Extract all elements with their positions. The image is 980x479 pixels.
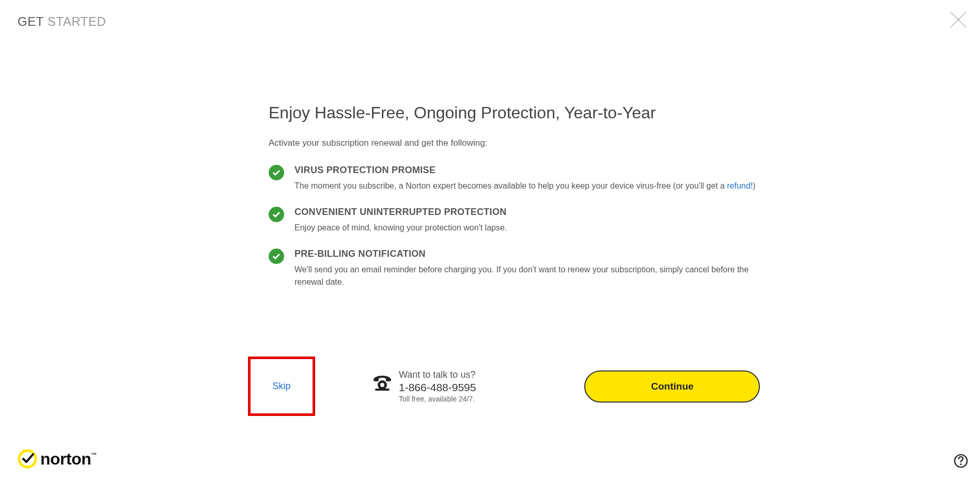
main-content: Enjoy Hassle-Free, Ongoing Protection, Y… [269, 103, 765, 303]
phone-number: 1-866-488-9595 [399, 381, 476, 394]
page-title-light: STARTED [44, 14, 106, 28]
close-button[interactable] [948, 9, 969, 30]
check-icon [269, 165, 284, 180]
logo-checkmark-icon [18, 449, 37, 469]
feature-desc: We'll send you an email reminder before … [294, 264, 765, 288]
headline: Enjoy Hassle-Free, Ongoing Protection, Y… [269, 103, 765, 122]
check-icon [269, 249, 284, 264]
trademark: ™ [91, 452, 97, 458]
feature-title: VIRUS PROTECTION PROMISE [294, 165, 765, 176]
skip-link[interactable]: Skip [272, 381, 290, 392]
feature-desc-post: ) [753, 181, 755, 190]
feature-desc-text: The moment you subscribe, a Norton exper… [294, 181, 727, 190]
close-icon [949, 10, 968, 29]
phone-icon [372, 373, 393, 393]
subheadline: Activate your subscription renewal and g… [269, 138, 765, 148]
feature-body: CONVENIENT UNINTERRUPTED PROTECTION Enjo… [294, 207, 765, 234]
page-title-bold: GET [18, 14, 44, 28]
check-icon [269, 207, 284, 222]
feature-title: PRE-BILLING NOTIFICATION [294, 249, 765, 259]
help-icon [954, 454, 968, 468]
page-title-area: GET STARTED [18, 14, 106, 29]
feature-title: CONVENIENT UNINTERRUPTED PROTECTION [294, 207, 765, 218]
brand-name: norton [40, 450, 91, 468]
feature-item: PRE-BILLING NOTIFICATION We'll send you … [269, 249, 765, 288]
feature-body: PRE-BILLING NOTIFICATION We'll send you … [294, 249, 765, 288]
svg-point-5 [19, 451, 36, 467]
norton-logo: norton™ [18, 449, 97, 469]
svg-point-3 [380, 383, 384, 387]
phone-note: Toll free, available 24/7. [399, 395, 476, 403]
feature-desc: The moment you subscribe, a Norton exper… [294, 180, 765, 192]
refund-link[interactable]: refund! [727, 181, 753, 190]
continue-button[interactable]: Continue [584, 370, 760, 403]
logo-text: norton™ [40, 450, 97, 469]
help-button[interactable] [953, 453, 969, 469]
feature-desc: Enjoy peace of mind, knowing your protec… [294, 222, 765, 234]
svg-point-7 [960, 463, 961, 465]
phone-prompt: Want to talk to us? [399, 369, 476, 380]
action-row: Skip Want to talk to us? 1-866-488-9595 … [248, 357, 790, 416]
phone-block: Want to talk to us? 1-866-488-9595 Toll … [372, 369, 476, 403]
skip-highlight-box: Skip [248, 357, 315, 416]
feature-item: CONVENIENT UNINTERRUPTED PROTECTION Enjo… [269, 207, 765, 234]
feature-body: VIRUS PROTECTION PROMISE The moment you … [294, 165, 765, 192]
page-title: GET STARTED [18, 14, 106, 29]
feature-item: VIRUS PROTECTION PROMISE The moment you … [269, 165, 765, 192]
svg-rect-4 [375, 389, 390, 391]
continue-label: Continue [651, 381, 693, 392]
phone-text: Want to talk to us? 1-866-488-9595 Toll … [399, 369, 476, 403]
